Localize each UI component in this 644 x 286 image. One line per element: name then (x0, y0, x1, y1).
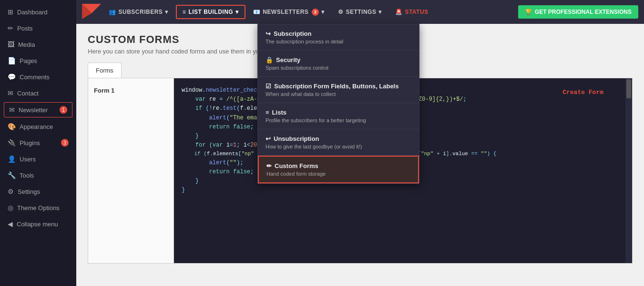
code-scrollbar-thumb (626, 79, 631, 98)
logo (82, 4, 101, 21)
sidebar: ⊞ Dashboard ✏ Posts 🖼 Media 📄 Pages 💬 Co… (0, 0, 76, 286)
subscribers-arrow-icon: ▾ (165, 9, 168, 15)
dropdown-item-subscription[interactable]: ↪ Subscription The subscription process … (258, 24, 419, 51)
media-icon: 🖼 (8, 41, 14, 48)
subscription-icon: ↪ (266, 30, 271, 37)
code-line-12: } (182, 186, 624, 195)
sidebar-item-pages[interactable]: 📄 Pages (0, 53, 76, 69)
sidebar-item-contact[interactable]: ✉ Contact (0, 85, 76, 101)
users-icon: 👤 (8, 155, 16, 163)
settings-icon: ⚙ (8, 188, 14, 195)
plugins-badge: 3 (61, 139, 69, 147)
create-form-link[interactable]: Create Form (562, 88, 603, 98)
pro-icon: 🏆 (525, 9, 532, 15)
sidebar-item-comments[interactable]: 💬 Comments (0, 69, 76, 85)
dashboard-icon: ⊞ (8, 8, 13, 16)
collapse-icon: ◀ (8, 220, 13, 228)
sidebar-item-collapse[interactable]: ◀ Collapse menu (0, 216, 76, 232)
newsletters-icon: 📧 (253, 9, 261, 15)
sidebar-item-dashboard[interactable]: ⊞ Dashboard (0, 4, 76, 20)
pages-icon: 📄 (8, 57, 16, 64)
list-building-arrow-icon: ▾ (235, 9, 239, 15)
nav-settings[interactable]: ⚙ SETTINGS ▾ (332, 6, 388, 18)
settings-nav-icon: ⚙ (338, 9, 344, 15)
dropdown-item-subscription-form[interactable]: ☑ Subscription Form Fields, Buttons, Lab… (258, 77, 419, 103)
newsletter-badge: 1 (60, 106, 67, 114)
form-sidebar: Form 1 (88, 78, 174, 263)
tools-icon: 🔧 (8, 171, 16, 179)
sidebar-item-posts[interactable]: ✏ Posts (0, 20, 76, 36)
pro-extensions-button[interactable]: 🏆 GET PROFESSIONAL EXTENSIONS (518, 5, 638, 19)
list-building-icon: ≡ (183, 9, 186, 15)
theme-options-icon: ◎ (8, 204, 13, 212)
sidebar-item-settings[interactable]: ⚙ Settings (0, 183, 76, 200)
security-icon: 🔒 (266, 56, 273, 64)
posts-icon: ✏ (8, 24, 13, 32)
custom-forms-icon: ✏ (266, 162, 272, 169)
unsubscription-icon: ↩ (266, 135, 271, 142)
comments-icon: 💬 (8, 73, 16, 81)
topbar: 👥 SUBSCRIBERS ▾ ≡ LIST BUILDING ▾ 📧 NEWS… (76, 0, 644, 24)
nav-status[interactable]: 🚨 STATUS (389, 6, 434, 18)
newsletters-arrow-icon: ▾ (321, 9, 325, 15)
list-building-dropdown: ↪ Subscription The subscription process … (257, 24, 419, 184)
appearance-icon: 🎨 (8, 123, 16, 130)
code-scrollbar[interactable] (625, 78, 632, 263)
sidebar-item-appearance[interactable]: 🎨 Appearance (0, 118, 76, 135)
nav-list-building[interactable]: ≡ LIST BUILDING ▾ (176, 5, 245, 19)
dropdown-item-security[interactable]: 🔒 Security Spam subscriptions control (258, 51, 419, 77)
dropdown-item-lists[interactable]: ≡ Lists Profile the subscribers for a be… (258, 103, 419, 129)
newsletter-icon: ✉ (9, 106, 15, 114)
status-icon: 🚨 (395, 9, 403, 15)
sidebar-item-newsletter[interactable]: ✉ Newsletter 1 (4, 102, 72, 117)
dropdown-item-unsubscription[interactable]: ↩ Unsubscription How to give the last go… (258, 129, 419, 156)
contact-icon: ✉ (8, 89, 13, 97)
nav-subscribers[interactable]: 👥 SUBSCRIBERS ▾ (103, 6, 174, 18)
main-area: 👥 SUBSCRIBERS ▾ ≡ LIST BUILDING ▾ 📧 NEWS… (76, 0, 644, 286)
lists-icon: ≡ (266, 109, 269, 116)
sidebar-item-plugins[interactable]: 🔌 Plugins 3 (0, 135, 76, 151)
plugins-icon: 🔌 (8, 139, 16, 147)
subscription-form-icon: ☑ (266, 83, 271, 90)
sidebar-item-theme-options[interactable]: ◎ Theme Options (0, 200, 76, 216)
settings-arrow-icon: ▾ (378, 9, 382, 15)
form-sidebar-form1[interactable]: Form 1 (94, 84, 168, 97)
nav-newsletters[interactable]: 📧 NEWSLETTERS 2 ▾ (247, 6, 330, 19)
sidebar-item-users[interactable]: 👤 Users (0, 151, 76, 167)
sidebar-item-tools[interactable]: 🔧 Tools (0, 167, 76, 183)
dropdown-item-custom-forms[interactable]: ✏ Custom Forms Hand coded form storage (258, 156, 419, 183)
subscribers-icon: 👥 (109, 9, 116, 15)
sidebar-item-media[interactable]: 🖼 Media (0, 36, 76, 53)
newsletters-badge: 2 (312, 9, 319, 16)
tab-forms[interactable]: Forms (88, 63, 122, 78)
